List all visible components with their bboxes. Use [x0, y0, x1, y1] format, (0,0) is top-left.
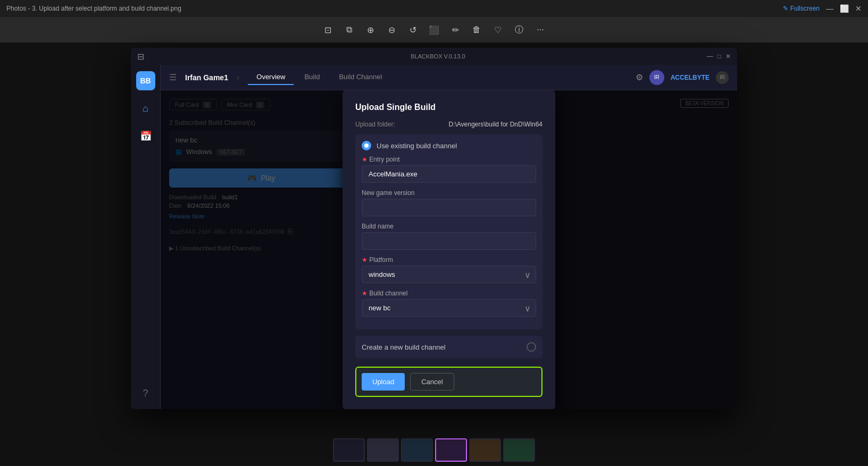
- nav-tabs: Overview Build Build Channel: [248, 70, 390, 85]
- nav-separator: ›: [237, 73, 239, 82]
- use-existing-section: Use existing build channel ★ Entry point: [355, 134, 542, 329]
- cancel-button[interactable]: Cancel: [410, 373, 454, 391]
- rotate-icon[interactable]: ↺: [403, 20, 422, 39]
- tab-build-channel[interactable]: Build Channel: [330, 70, 390, 85]
- user-avatar-abbr: IR: [716, 71, 729, 84]
- use-existing-label: Use existing build channel: [377, 142, 457, 150]
- app-minimize-icon[interactable]: ⊟: [137, 52, 144, 62]
- zoom-in-icon[interactable]: ⊕: [361, 20, 380, 39]
- zoom-out-icon[interactable]: ⊖: [382, 20, 401, 39]
- use-existing-radio[interactable]: [362, 141, 371, 150]
- use-existing-radio-row[interactable]: Use existing build channel: [362, 141, 536, 150]
- create-channel-radio[interactable]: [527, 342, 536, 352]
- build-channel-group: ★ Build channel new bc ∨: [362, 290, 536, 317]
- info-icon[interactable]: ⓘ: [510, 20, 529, 39]
- nav-hamburger-icon[interactable]: ☰: [169, 72, 177, 82]
- upload-button[interactable]: Upload: [362, 373, 405, 391]
- close-button[interactable]: ✕: [855, 4, 862, 13]
- app-minimize-button[interactable]: —: [707, 53, 713, 60]
- thumbnail-5[interactable]: [469, 438, 501, 462]
- favorite-icon[interactable]: ♡: [488, 20, 507, 39]
- new-game-version-group: New game version: [362, 189, 536, 216]
- upload-modal: Upload Single Build Upload folder: D:\Av…: [343, 90, 555, 409]
- tab-overview[interactable]: Overview: [248, 70, 294, 85]
- restore-button[interactable]: ⬜: [840, 4, 849, 13]
- build-name-label: Build name: [362, 223, 536, 230]
- fit-to-window-icon[interactable]: ⊡: [318, 20, 337, 39]
- tab-build[interactable]: Build: [296, 70, 328, 85]
- entry-point-group: ★ Entry point: [362, 156, 536, 183]
- app-title-bar: ⊟ BLACKBOX V.0.13.0 — □ ✕: [131, 48, 737, 65]
- settings-icon[interactable]: ⚙: [636, 72, 643, 82]
- upload-folder-value: D:\Avengers\build for DnD\Win64: [448, 121, 542, 128]
- fullscreen-button[interactable]: ✎ Fullscreen: [783, 5, 820, 12]
- main-content: Full Card ⊞ Mini Card ⊟ 2 Subscribed Bui…: [161, 90, 737, 409]
- app-window: ⊟ BLACKBOX V.0.13.0 — □ ✕ BB ⌂ 📅 ?: [131, 48, 737, 409]
- thumbnail-4[interactable]: [435, 438, 467, 462]
- sidebar-icon-calendar[interactable]: 📅: [136, 126, 155, 146]
- action-buttons-row: Upload Cancel: [355, 367, 542, 397]
- photo-toolbar: ⊡ ⧉ ⊕ ⊖ ↺ ⬛ ✏ 🗑 ♡ ⓘ ···: [0, 17, 868, 43]
- nav-right: ⚙ IR ACCELBYTE IR: [636, 70, 729, 85]
- build-name-group: Build name: [362, 223, 536, 250]
- platform-group: ★ Platform windows ∨: [362, 256, 536, 283]
- modal-overlay: Upload Single Build Upload folder: D:\Av…: [161, 90, 737, 409]
- app-layout: BB ⌂ 📅 ? ☰ Irfan Game1 › Overview Build …: [131, 65, 737, 409]
- thumbnail-1[interactable]: [333, 438, 365, 462]
- user-avatar: IR: [649, 70, 664, 85]
- sidebar-icon-help[interactable]: ?: [136, 384, 155, 403]
- thumbnail-2[interactable]: [367, 438, 399, 462]
- build-channel-label: ★ Build channel: [362, 290, 536, 297]
- top-nav: ☰ Irfan Game1 › Overview Build Build Cha…: [161, 65, 737, 90]
- sidebar-icon-home[interactable]: ⌂: [136, 99, 155, 118]
- more-options-icon[interactable]: ···: [531, 20, 550, 39]
- sidebar-logo: BB: [136, 71, 155, 90]
- create-channel-row[interactable]: Create a new build channel: [355, 336, 542, 358]
- minimize-button[interactable]: —: [826, 4, 833, 13]
- build-channel-select[interactable]: new bc: [362, 299, 536, 317]
- upload-folder-label: Upload folder:: [355, 121, 395, 128]
- build-name-input[interactable]: [362, 232, 536, 250]
- crop-icon[interactable]: ⧉: [339, 20, 358, 39]
- content-area: ☰ Irfan Game1 › Overview Build Build Cha…: [161, 65, 737, 409]
- delete-icon[interactable]: 🗑: [467, 20, 486, 39]
- main-area: ⊟ BLACKBOX V.0.13.0 — □ ✕ BB ⌂ 📅 ?: [0, 43, 868, 434]
- thumbnail-3[interactable]: [401, 438, 433, 462]
- build-channel-select-wrapper: new bc ∨: [362, 299, 536, 317]
- entry-point-label: ★ Entry point: [362, 156, 536, 163]
- platform-select[interactable]: windows: [362, 266, 536, 283]
- enhance-icon[interactable]: ⬛: [424, 20, 444, 39]
- new-game-version-input[interactable]: [362, 199, 536, 216]
- game-name: Irfan Game1: [185, 73, 228, 82]
- new-game-version-label: New game version: [362, 189, 536, 197]
- entry-point-input[interactable]: [362, 165, 536, 183]
- draw-icon[interactable]: ✏: [446, 20, 465, 39]
- platform-label: ★ Platform: [362, 256, 536, 264]
- upload-folder-row: Upload folder: D:\Avengers\build for DnD…: [355, 121, 542, 128]
- modal-title: Upload Single Build: [355, 103, 542, 112]
- user-name: ACCELBYTE: [671, 74, 710, 81]
- app-restore-button[interactable]: □: [717, 53, 721, 60]
- platform-select-wrapper: windows ∨: [362, 266, 536, 283]
- app-title: BLACKBOX V.0.13.0: [169, 53, 707, 60]
- thumbnail-6[interactable]: [503, 438, 535, 462]
- window-title: Photos - 3. Upload after select platform…: [6, 5, 181, 12]
- thumbnail-strip: [0, 434, 868, 466]
- app-close-button[interactable]: ✕: [725, 53, 731, 60]
- os-title-bar: Photos - 3. Upload after select platform…: [0, 0, 868, 17]
- sidebar: BB ⌂ 📅 ?: [131, 65, 161, 409]
- create-channel-label: Create a new build channel: [362, 343, 446, 351]
